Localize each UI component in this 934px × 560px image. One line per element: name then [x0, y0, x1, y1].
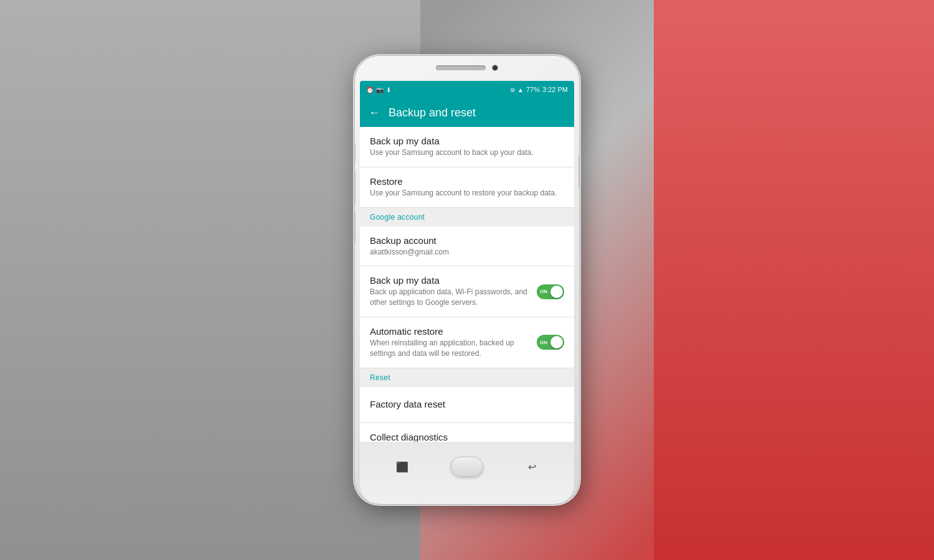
item-title-restore: Restore [370, 176, 564, 187]
list-item-content-factory-data-reset: Factory data reset [370, 399, 564, 411]
section-header-google-account-header: Google account [360, 208, 574, 226]
recent-apps-button[interactable]: ⬛ [391, 458, 413, 475]
back-nav-button[interactable]: ↩ [521, 458, 543, 475]
recent-apps-icon: ⬛ [396, 461, 408, 473]
list-item-restore[interactable]: RestoreUse your Samsung account to resto… [360, 167, 574, 208]
battery-level: 77% [526, 86, 540, 93]
status-bar: ⏰ 📷 ⬇ ⊜ ▲ 77% 3:22 PM [360, 81, 574, 98]
back-nav-icon: ↩ [528, 461, 536, 473]
page-title: Backup and reset [389, 106, 476, 119]
signal-icon: ▲ [517, 86, 524, 93]
screenshot-icon: 📷 [376, 86, 384, 93]
speaker-grille [436, 65, 486, 70]
download-icon: ⬇ [386, 86, 391, 93]
list-item-content-automatic-restore: Automatic restoreWhen reinstalling an ap… [370, 326, 537, 359]
list-item-content-backup-my-data-samsung: Back up my dataUse your Samsung account … [370, 136, 564, 158]
section-header-reset-header: Reset [360, 368, 574, 387]
power-button[interactable] [578, 156, 579, 187]
item-subtitle-automatic-restore: When reinstalling an application, backed… [370, 338, 537, 359]
volume-down-button[interactable] [355, 171, 356, 202]
item-title-backup-account: Backup account [370, 235, 564, 246]
home-button[interactable] [451, 457, 483, 477]
phone-screen: ⏰ 📷 ⬇ ⊜ ▲ 77% 3:22 PM ← Backup and reset… [360, 81, 574, 442]
toggle-knob-backup-my-data-google [550, 286, 563, 298]
wifi-icon: ⊜ [510, 86, 515, 93]
item-subtitle-backup-my-data-samsung: Use your Samsung account to back up your… [370, 147, 564, 158]
list-item-content-backup-account: Backup accountakattkisson@gmail.com [370, 235, 564, 258]
item-title-factory-data-reset: Factory data reset [370, 399, 564, 409]
list-item-factory-data-reset[interactable]: Factory data reset [360, 387, 574, 423]
list-item-backup-account[interactable]: Backup accountakattkisson@gmail.com [360, 226, 574, 267]
alarm-icon: ⏰ [366, 86, 374, 93]
item-title-backup-my-data-samsung: Back up my data [370, 136, 564, 146]
item-subtitle-restore: Use your Samsung account to restore your… [370, 188, 564, 198]
phone-top-area [436, 65, 498, 71]
toggle-backup-my-data-google[interactable]: ON [537, 284, 564, 299]
app-bar: ← Backup and reset [360, 98, 574, 127]
list-item-content-restore: RestoreUse your Samsung account to resto… [370, 176, 564, 198]
status-icons-right: ⊜ ▲ 77% 3:22 PM [510, 86, 568, 93]
toggle-knob-automatic-restore [550, 336, 563, 348]
bottom-nav-bar: ⬛ ↩ [360, 442, 574, 504]
clock: 3:22 PM [542, 86, 568, 93]
list-item-automatic-restore[interactable]: Automatic restoreWhen reinstalling an ap… [360, 317, 574, 368]
list-item-collect-diagnostics[interactable]: Collect diagnosticsCollect diagnostics d… [360, 423, 574, 442]
item-subtitle-backup-my-data-google: Back up application data, Wi-Fi password… [370, 287, 537, 308]
item-title-backup-my-data-google: Back up my data [370, 275, 537, 286]
toggle-label-backup-my-data-google: ON [540, 289, 547, 294]
item-title-collect-diagnostics: Collect diagnostics [370, 432, 564, 442]
scene: ⏰ 📷 ⬇ ⊜ ▲ 77% 3:22 PM ← Backup and reset… [0, 0, 934, 560]
status-icons-left: ⏰ 📷 ⬇ [366, 86, 391, 93]
list-item-content-backup-my-data-google: Back up my dataBack up application data,… [370, 275, 537, 308]
settings-list: Back up my dataUse your Samsung account … [360, 127, 574, 442]
bixby-button[interactable] [355, 212, 356, 243]
item-title-automatic-restore: Automatic restore [370, 326, 537, 337]
phone-device: ⏰ 📷 ⬇ ⊜ ▲ 77% 3:22 PM ← Backup and reset… [355, 56, 579, 504]
list-item-backup-my-data-samsung[interactable]: Back up my dataUse your Samsung account … [360, 127, 574, 167]
toggle-automatic-restore[interactable]: ON [537, 335, 564, 350]
item-subtitle-backup-account: akattkisson@gmail.com [370, 247, 564, 258]
volume-up-button[interactable] [355, 143, 356, 162]
list-item-backup-my-data-google[interactable]: Back up my dataBack up application data,… [360, 266, 574, 317]
back-button[interactable]: ← [369, 106, 380, 119]
toggle-label-automatic-restore: ON [540, 340, 547, 345]
front-camera [492, 65, 498, 71]
list-item-content-collect-diagnostics: Collect diagnosticsCollect diagnostics d… [370, 432, 564, 442]
